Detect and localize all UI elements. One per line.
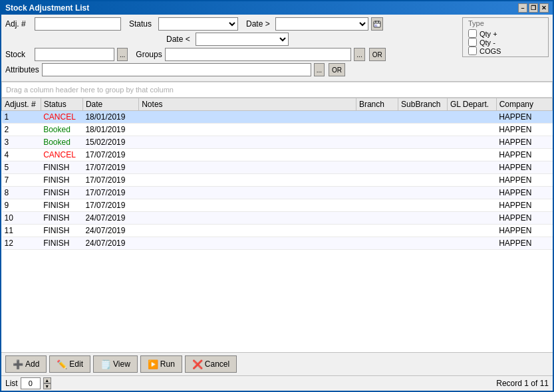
cancel-icon: ❌ bbox=[192, 359, 203, 369]
svg-rect-3 bbox=[378, 21, 379, 23]
bottom-buttons: ➕ Add ✏️ Edit 🗒️ View ▶️ Run ❌ Cancel bbox=[1, 352, 553, 375]
view-icon: 🗒️ bbox=[100, 359, 111, 369]
col-subbranch[interactable]: SubBranch bbox=[398, 98, 448, 111]
status-bar: List 0 ▲ ▼ Record 1 of 11 bbox=[1, 375, 553, 391]
view-button[interactable]: 🗒️ View bbox=[93, 355, 138, 373]
table-row[interactable]: 7FINISH17/07/2019HAPPEN bbox=[2, 174, 553, 187]
close-button[interactable]: ✕ bbox=[539, 3, 549, 13]
table-row[interactable]: 11FINISH24/07/2019HAPPEN bbox=[2, 225, 553, 237]
type-panel: Type Qty + Qty - COGS bbox=[462, 17, 549, 57]
cancel-button[interactable]: ❌ Cancel bbox=[185, 355, 237, 373]
stock-ellipsis-button[interactable]: ... bbox=[117, 48, 128, 61]
restore-button[interactable]: ❐ bbox=[529, 3, 538, 13]
attributes-input[interactable] bbox=[42, 63, 311, 76]
adjustments-table: Adjust. # Status Date Notes Branch SubBr… bbox=[1, 98, 553, 250]
qty-minus-label: Qty - bbox=[480, 39, 495, 47]
table-area[interactable]: Adjust. # Status Date Notes Branch SubBr… bbox=[1, 98, 553, 352]
table-row[interactable]: 8FINISH17/07/2019HAPPEN bbox=[2, 187, 553, 199]
svg-text:31: 31 bbox=[374, 24, 378, 27]
svg-rect-2 bbox=[375, 21, 376, 23]
table-row[interactable]: 2Booked18/01/2019HAPPEN bbox=[2, 124, 553, 136]
attributes-or-button[interactable]: OR bbox=[329, 63, 345, 76]
add-button[interactable]: ➕ Add bbox=[5, 355, 47, 373]
date-gt-select[interactable] bbox=[275, 17, 368, 31]
col-gl-depart[interactable]: GL Depart. bbox=[447, 98, 496, 111]
col-adjust-num[interactable]: Adjust. # bbox=[2, 98, 41, 111]
groups-ellipsis-button[interactable]: ... bbox=[354, 48, 364, 61]
col-notes[interactable]: Notes bbox=[139, 98, 356, 111]
run-label: Run bbox=[160, 359, 175, 369]
cogs-checkbox[interactable] bbox=[468, 47, 477, 55]
stock-input[interactable] bbox=[35, 48, 114, 61]
cancel-label: Cancel bbox=[205, 359, 229, 369]
table-row[interactable]: 12FINISH24/07/2019HAPPEN bbox=[2, 237, 553, 250]
col-status[interactable]: Status bbox=[41, 98, 82, 111]
list-up-arrow[interactable]: ▲ bbox=[43, 377, 51, 383]
date-lt-label: Date < bbox=[166, 35, 193, 44]
qty-plus-label: Qty + bbox=[480, 30, 497, 38]
table-row[interactable]: 4CANCEL17/07/2019HAPPEN bbox=[2, 149, 553, 161]
status-select[interactable]: CANCEL Booked FINISH bbox=[158, 17, 238, 31]
status-label: Status bbox=[129, 19, 156, 29]
col-date[interactable]: Date bbox=[82, 98, 138, 111]
add-label: Add bbox=[25, 359, 39, 369]
title-bar: Stock Adjustment List – ❐ ✕ bbox=[1, 1, 553, 15]
view-label: View bbox=[113, 359, 130, 369]
edit-button[interactable]: ✏️ Edit bbox=[49, 355, 90, 373]
run-button[interactable]: ▶️ Run bbox=[140, 355, 182, 373]
minimize-button[interactable]: – bbox=[518, 3, 527, 13]
main-window: Stock Adjustment List – ❐ ✕ Adj. # Statu… bbox=[0, 0, 554, 392]
title-bar-buttons: – ❐ ✕ bbox=[518, 3, 549, 13]
groups-label: Groups bbox=[136, 50, 162, 59]
adj-input[interactable] bbox=[35, 17, 121, 31]
run-icon: ▶️ bbox=[148, 359, 158, 369]
add-icon: ➕ bbox=[13, 359, 23, 369]
col-company[interactable]: Company bbox=[496, 98, 552, 111]
table-row[interactable]: 3Booked15/02/2019HAPPEN bbox=[2, 136, 553, 149]
list-input[interactable]: 0 bbox=[21, 377, 41, 389]
attributes-label: Attributes bbox=[5, 65, 39, 74]
list-down-arrow[interactable]: ▼ bbox=[43, 383, 51, 389]
adj-label: Adj. # bbox=[5, 19, 32, 29]
qty-plus-checkbox[interactable] bbox=[468, 29, 477, 38]
list-arrows: ▲ ▼ bbox=[43, 377, 51, 389]
edit-label: Edit bbox=[69, 359, 83, 369]
window-title: Stock Adjustment List bbox=[5, 3, 89, 13]
groups-input[interactable] bbox=[165, 48, 351, 61]
calendar-gt-button[interactable]: 31 bbox=[371, 17, 383, 31]
stock-label: Stock bbox=[5, 50, 32, 59]
list-control: List 0 ▲ ▼ bbox=[5, 377, 51, 389]
cogs-label: COGS bbox=[480, 47, 501, 55]
date-lt-select[interactable] bbox=[196, 33, 289, 46]
table-row[interactable]: 1CANCEL18/01/2019HAPPEN bbox=[2, 111, 553, 124]
date-gt-label: Date > bbox=[246, 19, 273, 29]
list-label: List bbox=[5, 379, 18, 388]
qty-minus-checkbox[interactable] bbox=[468, 38, 477, 47]
type-title: Type bbox=[468, 19, 543, 27]
groups-or-button[interactable]: OR bbox=[369, 48, 386, 61]
edit-icon: ✏️ bbox=[57, 359, 67, 369]
drag-hint: Drag a column header here to group by th… bbox=[1, 82, 553, 98]
table-row[interactable]: 10FINISH24/07/2019HAPPEN bbox=[2, 212, 553, 225]
record-info: Record 1 of 11 bbox=[496, 379, 549, 388]
filter-area: Adj. # Status CANCEL Booked FINISH Date … bbox=[1, 15, 553, 82]
table-row[interactable]: 5FINISH17/07/2019HAPPEN bbox=[2, 161, 553, 174]
attributes-ellipsis-button[interactable]: ... bbox=[314, 63, 325, 76]
col-branch[interactable]: Branch bbox=[356, 98, 398, 111]
table-row[interactable]: 9FINISH17/07/2019HAPPEN bbox=[2, 199, 553, 212]
